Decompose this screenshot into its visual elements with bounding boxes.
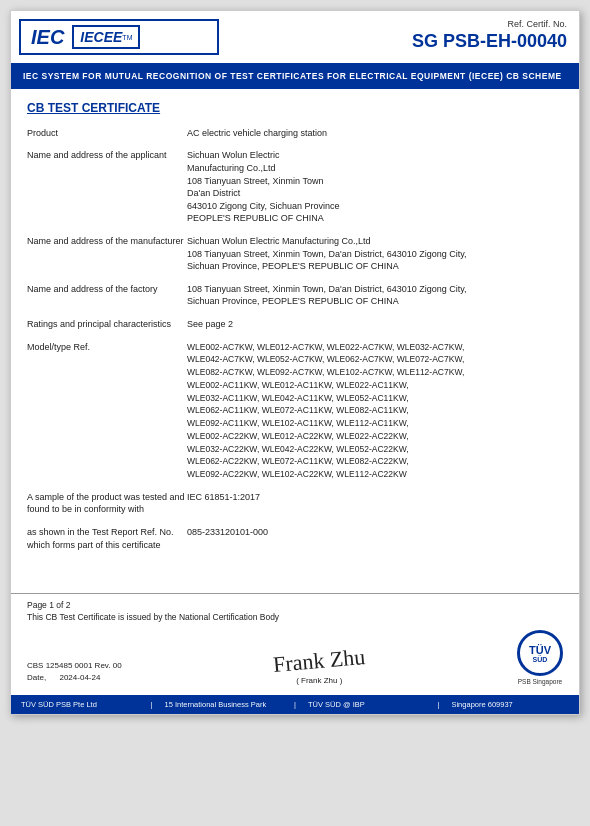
field-label-applicant: Name and address of the applicant [27,149,187,225]
field-ratings: Ratings and principal characteristics Se… [27,318,563,331]
tuv-sub: PSB Singapore [518,678,562,685]
iec-logo: IEC [31,26,64,49]
cert-title: CB TEST CERTIFICATE [27,101,563,115]
field-value-factory: 108 Tianyuan Street, Xinmin Town, Da'an … [187,283,563,308]
signer-name: ( Frank Zhu ) [296,676,342,685]
blue-banner: IEC SYSTEM FOR MUTUAL RECOGNITION OF TES… [11,65,579,89]
footer-address: 15 International Business Park [164,700,282,709]
field-value-test-report: 085-233120101-000 [187,526,563,551]
ref-label: Ref. Certif. No. [507,19,567,29]
field-factory: Name and address of the factory 108 Tian… [27,283,563,308]
footer-addr-sep3: | [438,700,440,709]
field-conformity: A sample of the product was tested and f… [27,491,563,516]
field-label-ratings: Ratings and principal characteristics [27,318,187,331]
field-value-product: AC electric vehicle charging station [187,127,563,140]
footer-sig-area: CBS 125485 0001 Rev. 00 Date, 2024-04-24… [27,630,563,685]
footer-page: Page 1 of 2 [27,600,563,610]
footer-mid: TÜV SÜD @ IBP [308,700,426,709]
signature-image: Frank Zhu [272,644,366,678]
footer: Page 1 of 2 This CB Test Certificate is … [11,593,579,691]
footer-issued: This CB Test Certificate is issued by th… [27,612,563,622]
header: IEC IECEE TM Ref. Certif. No. SG PSB-EH-… [11,11,579,65]
field-product: Product AC electric vehicle charging sta… [27,127,563,140]
tuv-logo: TÜV SÜD PSB Singapore [517,630,563,685]
footer-left: CBS 125485 0001 Rev. 00 Date, 2024-04-24 [27,660,122,686]
field-model: Model/type Ref. WLE002-AC7KW, WLE012-AC7… [27,341,563,481]
tuv-sud: SÜD [533,656,548,663]
certificate-document: IEC IECEE TM Ref. Certif. No. SG PSB-EH-… [10,10,580,715]
footer-address-bar: TÜV SÜD PSB Pte Ltd | 15 International B… [11,695,579,714]
field-applicant: Name and address of the applicant Sichua… [27,149,563,225]
ref-number: SG PSB-EH-00040 [412,31,567,52]
iecee-text: IECEE [80,29,122,45]
footer-cbs: CBS 125485 0001 Rev. 00 [27,661,122,670]
field-label-product: Product [27,127,187,140]
banner-text: IEC SYSTEM FOR MUTUAL RECOGNITION OF TES… [23,71,562,81]
field-value-conformity: IEC 61851-1:2017 [187,491,563,516]
footer-addr-sep1: | [151,700,153,709]
footer-addr-sep2: | [294,700,296,709]
content-area: CB TEST CERTIFICATE Product AC electric … [11,89,579,573]
footer-date-label: Date, [27,673,46,682]
field-label-factory: Name and address of the factory [27,283,187,308]
field-value-model: WLE002-AC7KW, WLE012-AC7KW, WLE022-AC7KW… [187,341,563,481]
header-ref: Ref. Certif. No. SG PSB-EH-00040 [227,11,579,63]
field-label-manufacturer: Name and address of the manufacturer [27,235,187,273]
logo-area: IEC IECEE TM [19,19,219,55]
iecee-logo: IECEE TM [72,25,140,49]
iecee-tm: TM [122,34,132,41]
field-label-model: Model/type Ref. [27,341,187,481]
footer-location: Singapore 609937 [451,700,569,709]
field-value-ratings: See page 2 [187,318,563,331]
signature-block: Frank Zhu ( Frank Zhu ) [273,648,365,685]
field-value-manufacturer: Sichuan Wolun Electric Manufacturing Co.… [187,235,563,273]
tuv-circle: TÜV SÜD [517,630,563,676]
footer-date-value: 2024-04-24 [59,673,100,682]
footer-company: TÜV SÜD PSB Pte Ltd [21,700,139,709]
field-manufacturer: Name and address of the manufacturer Sic… [27,235,563,273]
tuv-text: TÜV [529,644,551,656]
field-label-test-report: as shown in the Test Report Ref. No. whi… [27,526,187,551]
field-test-report: as shown in the Test Report Ref. No. whi… [27,526,563,551]
field-label-conformity: A sample of the product was tested and f… [27,491,187,516]
field-value-applicant: Sichuan Wolun Electric Manufacturing Co.… [187,149,563,225]
